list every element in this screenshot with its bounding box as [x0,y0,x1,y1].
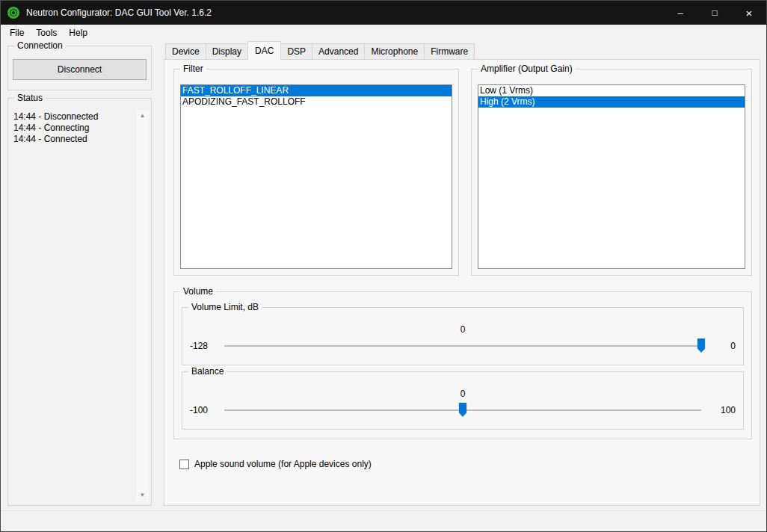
menu-bar: File Tools Help [1,25,766,41]
apple-volume-checkbox-label: Apple sound volume (for Apple devices on… [194,459,372,469]
tab-firmware[interactable]: Firmware [424,43,475,59]
connection-groupbox: Connection Disconnect [7,46,152,90]
apple-volume-checkbox[interactable] [179,460,189,469]
tab-device[interactable]: Device [165,43,206,59]
volume-limit-max-label: 0 [709,341,736,351]
balance-track-area[interactable] [224,402,701,418]
status-groupbox: Status 14:44 - Disconnected 14:44 - Conn… [7,98,152,506]
volume-limit-track-area[interactable] [224,338,701,354]
status-strip [1,510,766,531]
volume-limit-track[interactable] [224,345,701,347]
status-entry: 14:44 - Connected [13,134,133,145]
scroll-up-icon[interactable]: ▲ [140,110,146,122]
filter-groupbox: Filter FAST_ROLLOFF_LINEAR APODIZING_FAS… [173,69,459,276]
menu-tools[interactable]: Tools [30,25,63,40]
app-icon [7,7,19,19]
window-controls: – □ × [663,1,766,25]
amplifier-option-low[interactable]: Low (1 Vrms) [478,85,745,96]
minimize-icon[interactable]: – [663,1,697,25]
connection-groupbox-label: Connection [14,40,66,52]
scroll-down-icon[interactable]: ▼ [140,489,146,501]
amplifier-groupbox-label: Amplifier (Output Gain) [478,64,576,75]
disconnect-button[interactable]: Disconnect [13,59,147,80]
balance-groupbox-label: Balance [188,366,227,377]
balance-thumb[interactable] [459,403,467,417]
volume-groupbox-label: Volume [180,286,216,297]
volume-limit-min-label: -128 [190,341,217,351]
filter-listbox[interactable]: FAST_ROLLOFF_LINEAR APODIZING_FAST_ROLLO… [180,84,452,269]
tab-dsp[interactable]: DSP [280,43,312,59]
close-icon[interactable]: × [732,1,766,25]
maximize-icon[interactable]: □ [697,1,732,25]
tab-dac[interactable]: DAC [247,41,281,60]
status-entry: 14:44 - Connecting [13,123,133,134]
app-window: Neutron Configurator: DAC GUI Tool Ver. … [0,0,767,532]
status-log-list: 14:44 - Disconnected 14:44 - Connecting … [13,111,133,501]
tab-display[interactable]: Display [206,43,248,59]
amplifier-option-high[interactable]: High (2 Vrms) [478,96,745,108]
balance-min-label: -100 [190,405,217,415]
balance-max-label: 100 [709,405,736,415]
volume-limit-groupbox: Volume Limit, dB 0 -128 0 [182,307,744,365]
dac-tab-panel: Filter FAST_ROLLOFF_LINEAR APODIZING_FAS… [164,59,760,506]
status-groupbox-label: Status [14,93,46,104]
title-bar: Neutron Configurator: DAC GUI Tool Ver. … [1,1,766,25]
menu-help[interactable]: Help [63,25,93,40]
tab-microphone[interactable]: Microphone [364,43,425,59]
volume-limit-slider: -128 0 [190,338,736,354]
amplifier-groupbox: Amplifier (Output Gain) Low (1 Vrms) Hig… [471,69,752,276]
menu-file[interactable]: File [4,25,30,40]
volume-limit-value: 0 [182,324,743,335]
balance-slider: -100 100 [190,402,736,418]
window-title: Neutron Configurator: DAC GUI Tool Ver. … [26,7,212,18]
balance-value: 0 [182,389,743,399]
volume-limit-thumb[interactable] [697,338,706,353]
filter-option-apodizing-fast-rolloff[interactable]: APODIZING_FAST_ROLLOFF [181,96,452,108]
filter-option-fast-rolloff-linear[interactable]: FAST_ROLLOFF_LINEAR [181,85,452,96]
apple-volume-row: Apple sound volume (for Apple devices on… [179,459,372,469]
status-entry: 14:44 - Disconnected [13,111,133,123]
volume-limit-groupbox-label: Volume Limit, dB [188,302,262,313]
tab-strip: Device Display DAC DSP Advanced Micropho… [165,43,474,59]
volume-groupbox: Volume Volume Limit, dB 0 -128 0 Balance… [173,291,752,439]
balance-groupbox: Balance 0 -100 100 [182,371,744,430]
filter-groupbox-label: Filter [180,64,206,75]
tab-advanced[interactable]: Advanced [312,43,365,59]
status-scrollbar[interactable]: ▲ ▼ [136,110,149,501]
amplifier-listbox[interactable]: Low (1 Vrms) High (2 Vrms) [478,84,745,269]
